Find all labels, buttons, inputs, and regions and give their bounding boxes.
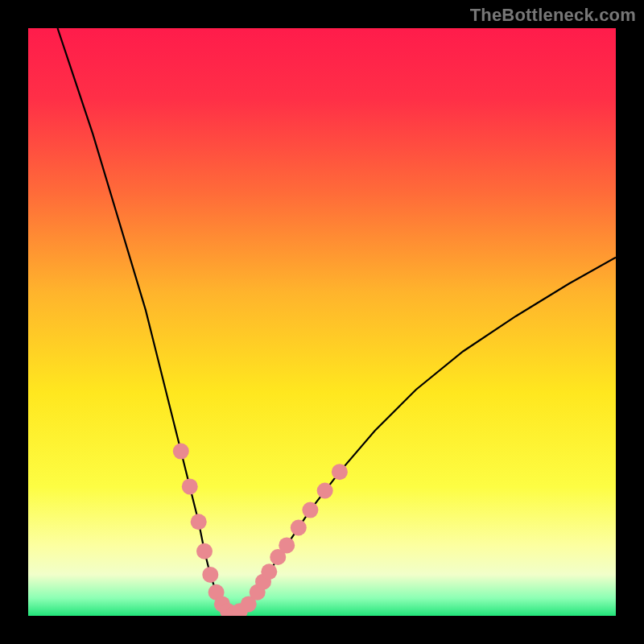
highlight-dot (279, 537, 295, 553)
highlight-dot (302, 502, 318, 518)
highlight-dot (173, 444, 189, 460)
chart-svg (28, 28, 616, 616)
highlight-dot (291, 520, 307, 536)
highlight-dot (332, 464, 348, 480)
highlight-dot (191, 514, 207, 530)
highlight-dot (261, 564, 277, 580)
highlight-dot (182, 478, 198, 494)
gradient-background (28, 28, 616, 616)
highlight-dot (202, 567, 218, 583)
highlight-dot (317, 483, 333, 499)
plot-area (28, 28, 616, 616)
chart-container: TheBottleneck.com (0, 0, 644, 644)
highlight-dot (196, 543, 213, 559)
watermark-text: TheBottleneck.com (470, 5, 636, 26)
